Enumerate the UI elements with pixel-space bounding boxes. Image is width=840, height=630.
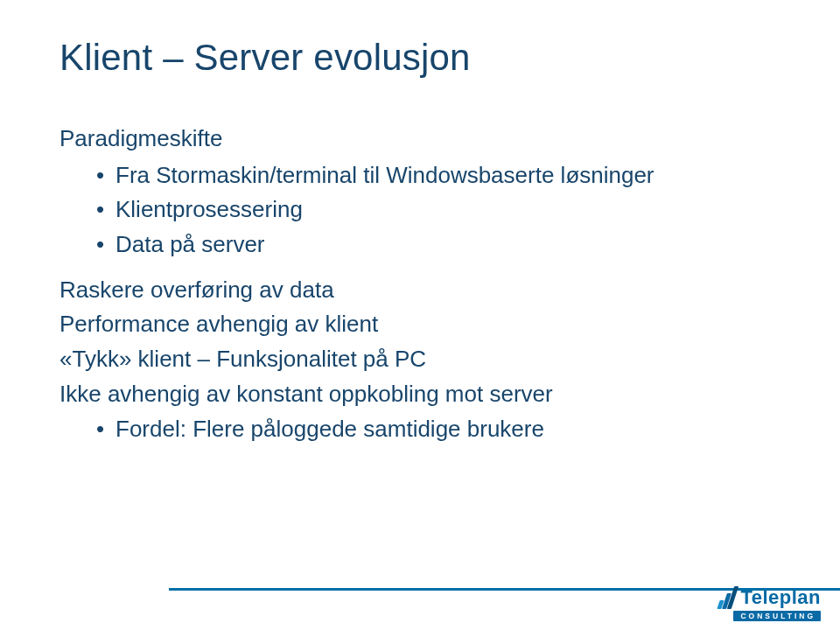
brand-logo-top: Teleplan [718, 586, 821, 609]
footer-stripe [0, 588, 840, 591]
bullet-item: Fordel: Flere påloggede samtidige bruker… [96, 413, 788, 446]
slide-footer: Teleplan CONSULTING [0, 578, 840, 630]
body-line: Ikke avhengig av konstant oppkobling mot… [60, 378, 788, 411]
brand-subtext: CONSULTING [733, 611, 821, 621]
bullet-item: Data på server [96, 228, 788, 262]
bullet-item: Fra Stormaskin/terminal til Windowsbaser… [96, 159, 788, 192]
brand-logo: Teleplan CONSULTING [718, 586, 821, 621]
body-line: «Tykk» klient – Funksjonalitet på PC [60, 343, 788, 376]
body-line: Raskere overføring av data [60, 274, 788, 307]
brand-name: Teleplan [740, 586, 821, 609]
advantage-bullet-list: Fordel: Flere påloggede samtidige bruker… [60, 413, 788, 446]
bullet-item: Klientprosessering [96, 193, 788, 227]
brand-mark-icon [718, 586, 735, 609]
slide-title: Klient – Server evolusjon [60, 37, 788, 79]
slide-content: Paradigmeskifte Fra Stormaskin/terminal … [60, 122, 788, 445]
slide: Klient – Server evolusjon Paradigmeskift… [0, 0, 840, 630]
body-line: Performance avhengig av klient [60, 308, 788, 341]
paradigm-heading: Paradigmeskifte [60, 122, 788, 156]
paradigm-bullet-list: Fra Stormaskin/terminal til Windowsbaser… [60, 159, 788, 262]
footer-stripe-gap [153, 588, 164, 591]
